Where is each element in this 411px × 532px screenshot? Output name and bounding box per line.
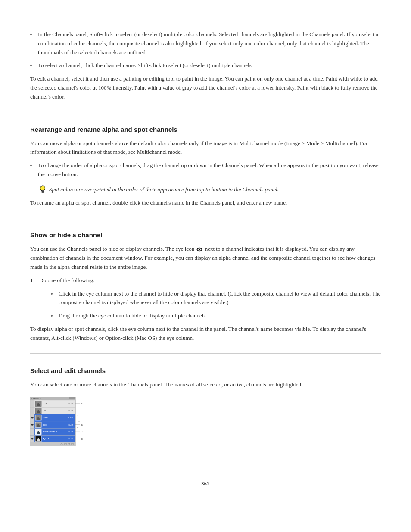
bullet-text: To change the order of alpha or spot cha… [38, 161, 381, 179]
bullet-item: In the Channels panel, Shift-click to se… [30, 30, 381, 57]
bullet-item: Drag through the eye column to hide or d… [51, 311, 381, 320]
svg-text:Red: Red [43, 410, 47, 412]
bullet-dot-icon [51, 315, 53, 317]
svg-point-28 [31, 424, 34, 426]
paragraph: To edit a channel, select it and then us… [30, 75, 381, 101]
channels-panel-figure: CHANNELS RGBCtrl+2RedCtrl+3GreenCtrl+4Bl… [30, 397, 84, 449]
numbered-step: 1 Do one of the following: [30, 276, 381, 285]
section-rearrange: Rearrange and rename alpha and spot chan… [30, 112, 381, 218]
svg-text:A: A [81, 402, 83, 405]
svg-text:Ctrl+2: Ctrl+2 [68, 403, 74, 405]
step-number: 1 [30, 276, 38, 285]
lightbulb-icon [40, 185, 46, 194]
svg-point-5 [199, 249, 200, 250]
bullet-text: Click in the eye column next to the chan… [59, 289, 381, 308]
svg-point-0 [40, 186, 45, 191]
paragraph: To rename an alpha or spot channel, doub… [30, 199, 381, 208]
bullet-dot-icon [30, 34, 32, 35]
bullet-dot-icon [30, 165, 32, 166]
paragraph: You can select one or more channels in t… [30, 380, 381, 389]
section-heading: Show or hide a channel [30, 230, 381, 240]
svg-text:Ctrl+6: Ctrl+6 [68, 431, 74, 433]
svg-text:Ctrl+5: Ctrl+5 [68, 424, 74, 426]
paragraph: You can use the Channels panel to hide o… [30, 245, 381, 271]
bullet-text: Drag through the eye column to hide or d… [59, 311, 381, 320]
eye-icon [196, 247, 202, 252]
panel-title-text: CHANNELS [31, 398, 41, 400]
bullet-item: Click in the eye column next to the chan… [51, 289, 381, 308]
svg-rect-9 [72, 397, 75, 399]
svg-text:Blue: Blue [43, 424, 47, 426]
tip-callout: Spot colors are overprinted in the order… [40, 185, 381, 194]
bullet-item: To change the order of alpha or spot cha… [30, 161, 381, 179]
svg-text:PANTONE 2593 C: PANTONE 2593 C [43, 431, 57, 433]
inline-eye-wrap [196, 246, 205, 252]
tip-text: Spot colors are overprinted in the order… [49, 185, 381, 194]
svg-point-22 [31, 417, 34, 419]
svg-text:D: D [81, 438, 83, 440]
svg-rect-33 [30, 429, 34, 436]
svg-text:B: B [81, 423, 83, 426]
bullet-text: In the Channels panel, Shift-click to se… [38, 30, 381, 57]
nested-bullets: Click in the eye column next to the chan… [38, 289, 381, 320]
section-intro: In the Channels panel, Shift-click to se… [30, 17, 381, 112]
svg-text:RGB: RGB [43, 403, 47, 405]
svg-text:Alpha 1: Alpha 1 [43, 438, 49, 440]
section-select-edit: Select and edit channels You can select … [30, 354, 381, 460]
svg-rect-43 [30, 442, 75, 446]
section-show-hide: Show or hide a channel You can use the C… [30, 218, 381, 353]
paragraph: To display alpha or spot channels, click… [30, 325, 381, 343]
svg-rect-8 [69, 397, 72, 399]
svg-rect-1 [42, 190, 44, 193]
bullet-dot-icon [51, 293, 53, 295]
paragraph: You can move alpha or spot channels abov… [30, 139, 381, 157]
page-number: 362 [30, 480, 381, 488]
section-heading: Rearrange and rename alpha and spot chan… [30, 124, 381, 135]
svg-text:Ctrl+3: Ctrl+3 [68, 410, 74, 412]
svg-text:Ctrl+7: Ctrl+7 [68, 438, 74, 440]
svg-rect-11 [30, 400, 34, 407]
bullet-dot-icon [30, 65, 32, 66]
step-text: Do one of the following: [39, 277, 95, 283]
paragraph-text: You can use the Channels panel to hide o… [30, 246, 196, 252]
bullet-text: To select a channel, click the channel n… [38, 61, 381, 70]
bullet-item: To select a channel, click the channel n… [30, 61, 381, 70]
svg-text:C: C [81, 431, 83, 433]
svg-rect-16 [30, 408, 34, 414]
svg-point-39 [31, 438, 34, 440]
channels-panel-svg: CHANNELS RGBCtrl+2RedCtrl+3GreenCtrl+4Bl… [30, 397, 84, 446]
svg-text:Ctrl+4: Ctrl+4 [68, 417, 74, 419]
svg-text:Green: Green [43, 417, 48, 419]
section-heading: Select and edit channels [30, 366, 381, 376]
